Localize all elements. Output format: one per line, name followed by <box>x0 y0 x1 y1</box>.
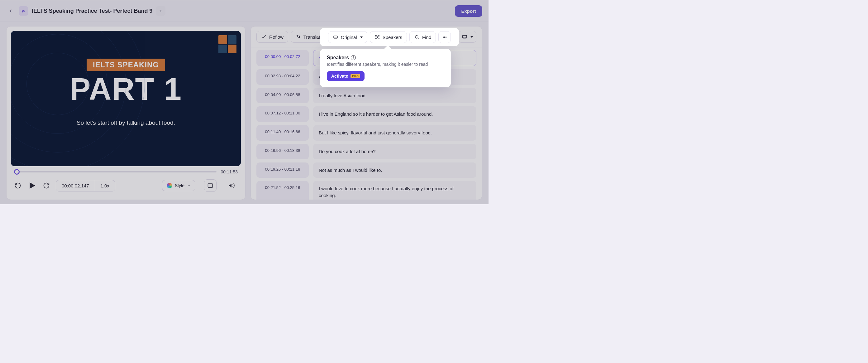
transcript-row[interactable]: 00:04.90 - 00:06.88I really love Asian f… <box>256 88 476 104</box>
video-subtitle: So let's start off by talking about food… <box>76 119 175 126</box>
transcript-text[interactable]: I live in England so it's harder to get … <box>313 106 476 122</box>
timestamp[interactable]: 00:16.96 - 00:18.38 <box>256 144 309 159</box>
current-time[interactable]: 00:00:02.147 <box>56 180 95 191</box>
style-color-icon <box>167 183 172 188</box>
timestamp[interactable]: 00:04.90 - 00:06.88 <box>256 88 309 104</box>
book-icon <box>218 35 227 44</box>
help-icon[interactable]: ? <box>351 55 356 60</box>
fullscreen-button[interactable] <box>204 179 217 192</box>
corner-icons <box>218 35 237 53</box>
add-button[interactable] <box>156 6 165 16</box>
video-panel: IELTS SPEAKING PART 1 So let's start off… <box>6 26 246 200</box>
volume-button[interactable] <box>225 179 238 192</box>
timestamp[interactable]: 00:19.26 - 00:21.18 <box>256 163 309 178</box>
style-button[interactable]: Style <box>162 180 195 191</box>
transcript-row[interactable]: 00:16.96 - 00:18.38Do you cook a lot at … <box>256 144 476 159</box>
timecode-box[interactable]: 00:00:02.147 1.0x <box>56 180 115 192</box>
progress-bar[interactable] <box>14 171 217 172</box>
transcript-text[interactable]: I really love Asian food. <box>313 88 476 104</box>
find-button[interactable]: Find <box>409 31 436 43</box>
timestamp[interactable]: 00:11.40 - 00:16.66 <box>256 125 309 141</box>
svg-line-19 <box>418 38 419 39</box>
duration-label: 00:11:53 <box>221 169 238 174</box>
reflow-button[interactable]: Reflow <box>256 31 288 43</box>
more-button[interactable] <box>438 31 451 43</box>
header-bar: w IELTS Speaking Practice Test- Perfect … <box>0 0 489 22</box>
reflow-label: Reflow <box>269 34 283 39</box>
original-dropdown[interactable]: Original <box>328 31 367 43</box>
transcript-row[interactable]: 00:19.26 - 00:21.18Not as much as I woul… <box>256 163 476 178</box>
timestamp[interactable]: 00:00.00 - 00:02.72 <box>256 50 309 66</box>
chevron-down-icon <box>470 36 473 38</box>
transcript-text[interactable]: I would love to cook more because I actu… <box>313 181 476 200</box>
svg-point-22 <box>446 37 446 37</box>
back-button[interactable] <box>6 6 15 15</box>
play-button[interactable] <box>27 180 37 191</box>
video-main-text: PART 1 <box>70 74 182 104</box>
svg-point-18 <box>415 35 418 38</box>
popover-description: Identifies different speakers, making it… <box>327 62 444 67</box>
svg-point-20 <box>443 37 444 37</box>
headphone-icon <box>228 45 237 53</box>
svg-rect-12 <box>462 35 467 38</box>
playback-speed[interactable]: 1.0x <box>95 180 115 191</box>
style-label: Style <box>175 183 184 188</box>
svg-rect-3 <box>208 184 213 188</box>
project-title[interactable]: IELTS Speaking Practice Test- Perfect Ba… <box>32 8 152 15</box>
transcript-row[interactable]: 00:11.40 - 00:16.66But I like spicy, fla… <box>256 125 476 141</box>
transcript-row[interactable]: 00:21.52 - 00:25.16I would love to cook … <box>256 181 476 200</box>
export-button[interactable]: Export <box>455 5 482 17</box>
pen-icon <box>228 35 237 44</box>
timestamp[interactable]: 00:21.52 - 00:25.16 <box>256 181 309 200</box>
speech-icon <box>218 45 227 53</box>
transcript-text[interactable]: Not as much as I would like to. <box>313 163 476 178</box>
timestamp[interactable]: 00:07.12 - 00:11.00 <box>256 106 309 122</box>
svg-point-21 <box>444 37 445 37</box>
svg-point-17 <box>377 37 378 38</box>
timestamp[interactable]: 00:02.98 - 00:04.22 <box>256 69 309 85</box>
activate-button[interactable]: Activate PRO <box>327 71 365 81</box>
video-badge: IELTS SPEAKING <box>87 59 165 71</box>
popover-title: Speakers <box>327 55 349 60</box>
transcript-row[interactable]: 00:07.12 - 00:11.00I live in England so … <box>256 106 476 122</box>
rewind-button[interactable] <box>14 182 22 189</box>
speakers-button[interactable]: Speakers <box>370 31 407 43</box>
activate-label: Activate <box>331 74 348 79</box>
caption-view-button[interactable] <box>458 31 476 43</box>
video-preview[interactable]: IELTS SPEAKING PART 1 So let's start off… <box>11 31 241 166</box>
pro-badge: PRO <box>350 74 360 78</box>
progress-knob[interactable] <box>14 169 20 175</box>
svg-marker-2 <box>30 183 35 189</box>
app-logo: w <box>19 6 28 16</box>
transcript-text[interactable]: Do you cook a lot at home? <box>313 144 476 159</box>
redo-button[interactable] <box>43 182 50 189</box>
transcript-text[interactable]: But I like spicy, flavorful and just gen… <box>313 125 476 141</box>
speakers-popover: Speakers ? Identifies different speakers… <box>320 49 451 87</box>
